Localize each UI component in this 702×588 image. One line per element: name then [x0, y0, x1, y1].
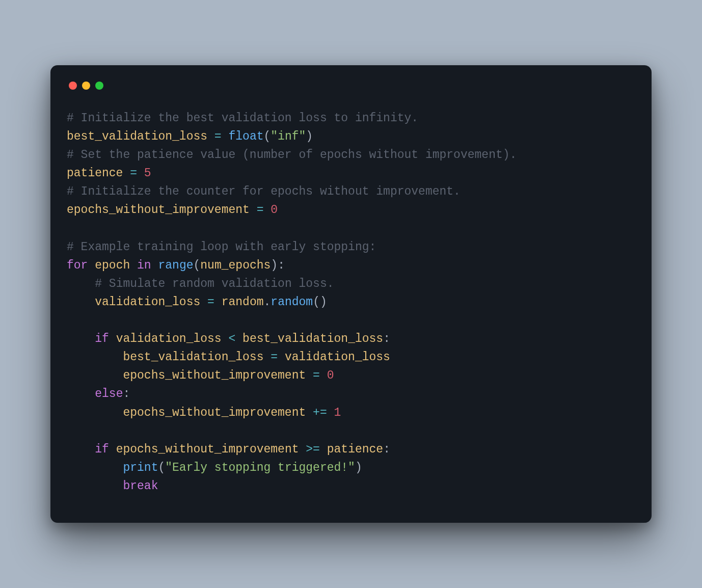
- code-indent: [67, 406, 123, 419]
- code-comment: # Simulate random validation loss.: [95, 277, 334, 290]
- code-operator: >=: [299, 443, 327, 456]
- code-text: [130, 259, 137, 272]
- close-icon[interactable]: [69, 82, 77, 90]
- code-block: # Initialize the best validation loss to…: [67, 109, 635, 495]
- code-indent: [67, 296, 95, 309]
- code-indent: [67, 479, 123, 493]
- code-operator: <: [222, 332, 242, 345]
- code-keyword: if: [95, 443, 109, 456]
- code-operator: =: [200, 296, 221, 309]
- code-indent: [67, 332, 95, 345]
- app-background: # Initialize the best validation loss to…: [0, 0, 702, 588]
- code-punct: ): [306, 130, 313, 143]
- code-indent: [67, 443, 95, 456]
- code-text: [88, 259, 95, 272]
- code-text: [109, 332, 116, 345]
- code-string: "Early stopping triggered!": [165, 461, 355, 474]
- code-operator: =: [250, 203, 271, 217]
- code-comment: # Example training loop with early stopp…: [67, 240, 376, 254]
- code-builtin: float: [228, 130, 263, 143]
- code-number: 5: [144, 167, 151, 180]
- code-comment: # Initialize the best validation loss to…: [67, 112, 418, 125]
- code-punct: :: [383, 443, 390, 456]
- code-punct: ):: [271, 259, 285, 272]
- code-operator: =: [263, 351, 284, 364]
- code-identifier: best_validation_loss: [242, 332, 383, 345]
- code-punct: ): [355, 461, 362, 474]
- code-indent: [67, 461, 123, 474]
- code-punct: (: [158, 461, 165, 474]
- code-punct: .: [264, 296, 271, 309]
- code-comment: # Initialize the counter for epochs with…: [67, 185, 461, 198]
- code-operator: =: [123, 167, 144, 180]
- code-identifier: validation_loss: [116, 332, 222, 345]
- code-operator: =: [207, 130, 228, 143]
- code-builtin: print: [123, 461, 158, 474]
- code-identifier: epochs_without_improvement: [67, 203, 250, 217]
- code-call: random: [271, 296, 313, 309]
- code-operator: =: [306, 369, 327, 382]
- code-punct: :: [123, 387, 130, 400]
- window-controls: [67, 78, 635, 90]
- code-keyword: for: [67, 259, 88, 272]
- code-identifier: epoch: [95, 259, 130, 272]
- code-identifier: num_epochs: [200, 259, 271, 272]
- code-identifier: validation_loss: [285, 351, 390, 364]
- code-number: 0: [271, 203, 278, 217]
- code-identifier: patience: [327, 443, 383, 456]
- code-indent: [67, 387, 95, 400]
- code-punct: :: [383, 332, 390, 345]
- minimize-icon[interactable]: [82, 82, 90, 90]
- code-indent: [67, 351, 123, 364]
- code-identifier: random: [222, 296, 264, 309]
- code-identifier: best_validation_loss: [123, 351, 263, 364]
- code-builtin: range: [158, 259, 193, 272]
- code-comment: # Set the patience value (number of epoc…: [67, 148, 517, 162]
- code-identifier: epochs_without_improvement: [123, 369, 306, 382]
- code-text: [109, 443, 116, 456]
- code-indent: [67, 369, 123, 382]
- code-operator: +=: [306, 406, 334, 419]
- zoom-icon[interactable]: [95, 82, 103, 90]
- code-identifier: best_validation_loss: [67, 130, 207, 143]
- code-keyword: in: [137, 259, 151, 272]
- code-identifier: epochs_without_improvement: [116, 443, 299, 456]
- code-text: [151, 259, 158, 272]
- code-keyword: if: [95, 332, 109, 345]
- code-keyword: break: [123, 479, 158, 493]
- code-punct: (): [313, 296, 327, 309]
- code-indent: [67, 277, 95, 290]
- code-number: 1: [334, 406, 341, 419]
- code-keyword: else: [95, 387, 123, 400]
- code-identifier: patience: [67, 167, 123, 180]
- code-identifier: epochs_without_improvement: [123, 406, 306, 419]
- code-identifier: validation_loss: [95, 296, 200, 309]
- code-punct: (: [263, 130, 271, 143]
- code-number: 0: [327, 369, 334, 382]
- code-punct: (: [194, 259, 201, 272]
- code-window: # Initialize the best validation loss to…: [50, 65, 652, 523]
- code-string: "inf": [271, 130, 306, 143]
